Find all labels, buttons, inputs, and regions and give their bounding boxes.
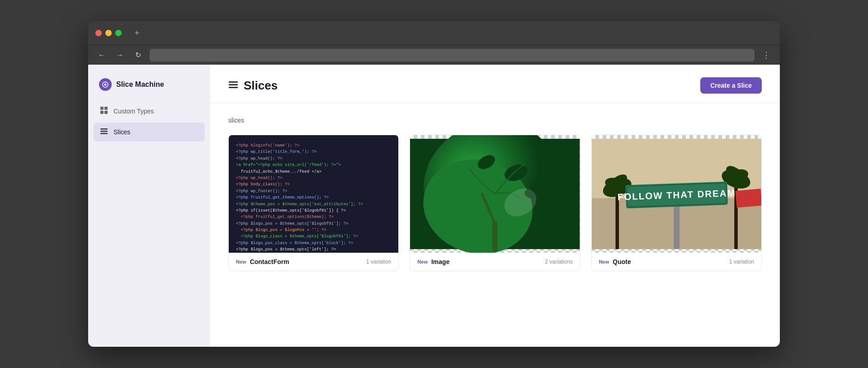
slice-footer-quote: New Quote 1 variation xyxy=(592,253,761,271)
svg-rect-2 xyxy=(100,107,104,110)
new-badge-image: New xyxy=(417,259,428,264)
variation-count-quote: 1 variation xyxy=(729,259,754,265)
browser-content: Slice Machine Custom Types xyxy=(88,65,780,347)
svg-rect-31 xyxy=(674,200,679,249)
sidebar-item-custom-types[interactable]: Custom Types xyxy=(94,102,205,121)
svg-rect-11 xyxy=(229,87,238,88)
svg-rect-10 xyxy=(229,84,238,85)
sidebar-navigation: Custom Types Slices xyxy=(88,102,210,142)
back-button[interactable]: ← xyxy=(95,49,108,61)
svg-rect-7 xyxy=(100,131,108,132)
sidebar-item-label-slices: Slices xyxy=(113,128,130,136)
slice-thumbnail-image xyxy=(410,135,580,253)
variation-count-image: 2 variations xyxy=(545,259,572,265)
slice-name-row-quote: New Quote xyxy=(599,258,631,265)
create-slice-button[interactable]: Create a Slice xyxy=(700,77,762,94)
svg-rect-9 xyxy=(229,81,238,83)
forward-button[interactable]: → xyxy=(113,49,126,61)
logo-icon xyxy=(99,78,112,91)
svg-rect-8 xyxy=(100,133,108,134)
slice-thumbnail-contact-form: <?php bloginfo('name'); ?> <?php wp_titl… xyxy=(229,135,398,253)
svg-rect-35 xyxy=(735,189,761,208)
slices-icon xyxy=(100,127,108,137)
variation-count-contact-form: 1 variation xyxy=(366,259,391,265)
sidebar-item-slices[interactable]: Slices xyxy=(94,123,205,142)
slice-footer-image: New Image 2 variations xyxy=(410,253,580,271)
slice-name-row: New ContactForm xyxy=(236,258,289,265)
svg-point-1 xyxy=(104,84,107,86)
svg-rect-6 xyxy=(100,128,108,130)
slice-thumbnail-quote: FOLLOW THAT DREAM xyxy=(592,135,761,253)
header-slices-icon xyxy=(228,80,238,92)
sidebar-logo: Slice Machine xyxy=(88,74,210,102)
new-tab-button[interactable]: + xyxy=(131,27,143,39)
slices-grid: <?php bloginfo('name'); ?> <?php wp_titl… xyxy=(228,135,762,271)
reload-button[interactable]: ↻ xyxy=(132,49,144,61)
main-content: Slices Create a Slice slices <?php blogi… xyxy=(210,65,780,347)
new-badge-quote: New xyxy=(599,259,609,264)
code-preview: <?php bloginfo('name'); ?> <?php wp_titl… xyxy=(229,135,398,253)
browser-menu-button[interactable]: ⋮ xyxy=(760,49,773,61)
main-body: slices <?php bloginfo('name'); ?> <?php … xyxy=(210,103,780,347)
logo-text: Slice Machine xyxy=(116,80,164,89)
maximize-button[interactable] xyxy=(115,30,122,36)
tab-bar: + xyxy=(131,27,773,39)
slice-name-image: Image xyxy=(431,258,449,265)
browser-toolbar: ← → ↻ ⋮ xyxy=(88,45,780,65)
slice-name-row-image: New Image xyxy=(417,258,449,265)
main-title-row: Slices xyxy=(228,79,278,93)
page-title: Slices xyxy=(244,79,278,93)
sign-visual: FOLLOW THAT DREAM xyxy=(592,135,761,253)
address-bar[interactable] xyxy=(150,49,755,61)
slice-card-quote[interactable]: FOLLOW THAT DREAM New Quote xyxy=(591,135,762,271)
browser-window: + ← → ↻ ⋮ Slice Machine xyxy=(88,21,780,347)
new-badge-contact-form: New xyxy=(236,259,246,264)
slice-name-contact-form: ContactForm xyxy=(250,258,289,265)
slice-name-quote: Quote xyxy=(613,258,631,265)
custom-types-icon xyxy=(100,106,108,116)
slice-card-image[interactable]: New Image 2 variations xyxy=(410,135,580,271)
minimize-button[interactable] xyxy=(105,30,112,36)
svg-rect-3 xyxy=(104,107,108,110)
sidebar: Slice Machine Custom Types xyxy=(88,65,210,347)
traffic-lights xyxy=(95,30,122,36)
main-header: Slices Create a Slice xyxy=(210,65,780,103)
slice-footer-contact-form: New ContactForm 1 variation xyxy=(229,253,398,271)
section-label: slices xyxy=(228,117,762,124)
browser-titlebar: + xyxy=(88,21,780,45)
slice-card-contact-form[interactable]: <?php bloginfo('name'); ?> <?php wp_titl… xyxy=(228,135,399,271)
svg-rect-5 xyxy=(104,111,108,114)
svg-rect-4 xyxy=(100,111,104,114)
leaf-visual xyxy=(410,135,580,253)
sidebar-item-label-custom-types: Custom Types xyxy=(113,108,154,115)
close-button[interactable] xyxy=(95,30,102,36)
